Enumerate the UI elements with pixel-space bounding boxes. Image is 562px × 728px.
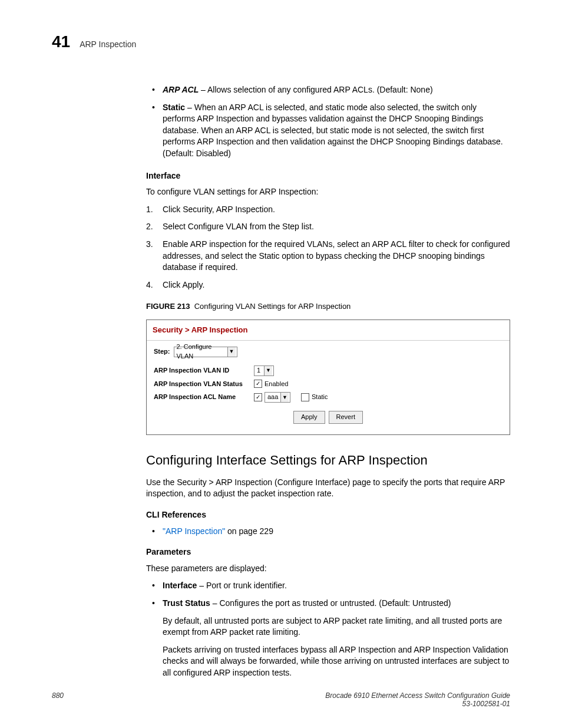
param-trust-text: – Configures the port as trusted or untr…	[210, 598, 451, 608]
step-label: Step:	[154, 347, 170, 356]
vlan-id-dropdown[interactable]: 1 ▼	[254, 365, 274, 376]
section-intro: Use the Security > ARP Inspection (Confi…	[146, 477, 510, 500]
chevron-down-icon: ▼	[280, 393, 289, 402]
chapter-title: ARP Inspection	[80, 39, 136, 49]
step-dropdown-value: 2. Configure VLAN	[177, 342, 226, 361]
acl-name-value: aaa	[267, 393, 279, 401]
steps-list: Click Security, ARP Inspection. Select C…	[146, 204, 510, 291]
param-trust: Trust Status – Configures the port as tr…	[146, 598, 510, 679]
vlan-status-label: ARP Inspection VLAN Status	[154, 380, 254, 388]
acl-name-checkbox[interactable]: ✓	[254, 393, 262, 401]
arp-acl-label: ARP ACL	[163, 85, 199, 94]
page-header: 41 ARP Inspection	[52, 32, 510, 51]
footer-docnum: 53-1002581-01	[462, 700, 510, 708]
interface-intro: To configure VLAN settings for ARP Inspe…	[146, 186, 510, 198]
page-footer: 880 Brocade 6910 Ethernet Access Switch …	[52, 691, 510, 708]
revert-button[interactable]: Revert	[329, 411, 363, 424]
footer-right: Brocade 6910 Ethernet Access Switch Conf…	[325, 691, 510, 708]
upper-bullet-list: ARP ACL – Allows selection of any config…	[146, 84, 510, 160]
chevron-down-icon: ▼	[264, 366, 272, 375]
figure-label: FIGURE 213	[146, 302, 190, 311]
apply-button[interactable]: Apply	[293, 411, 325, 424]
static-checkbox[interactable]	[301, 393, 309, 401]
vlan-id-label: ARP Inspection VLAN ID	[154, 366, 254, 375]
figure-caption: FIGURE 213 Configuring VLAN Settings for…	[146, 301, 510, 312]
param-interface-label: Interface	[163, 581, 197, 590]
chapter-number: 41	[52, 32, 70, 51]
acl-name-dropdown[interactable]: aaa ▼	[265, 392, 290, 403]
param-trust-para1: By default, all untrusted ports are subj…	[163, 615, 510, 638]
vlan-status-row: ARP Inspection VLAN Status ✓ Enabled	[154, 380, 503, 388]
figure-button-row: Apply Revert	[154, 411, 503, 424]
step-3: Enable ARP inspection for the required V…	[146, 239, 510, 274]
main-content: ARP ACL – Allows selection of any config…	[146, 84, 510, 679]
step-dropdown[interactable]: 2. Configure VLAN ▼	[174, 347, 237, 357]
vlan-id-value: 1	[257, 366, 262, 375]
cli-item: "ARP Inspection" on page 229	[146, 526, 510, 538]
section-heading: Configuring Interface Settings for ARP I…	[146, 452, 510, 470]
cli-list: "ARP Inspection" on page 229	[146, 526, 510, 538]
step-1: Click Security, ARP Inspection.	[146, 204, 510, 216]
acl-name-label: ARP Inspection ACL Name	[154, 393, 254, 401]
figure-body: Step: 2. Configure VLAN ▼ ARP Inspection…	[147, 341, 510, 434]
static-text: – When an ARP ACL is selected, and stati…	[163, 103, 503, 158]
footer-guide: Brocade 6910 Ethernet Access Switch Conf…	[325, 691, 510, 700]
figure-caption-text: Configuring VLAN Settings for ARP Inspec…	[194, 302, 351, 311]
params-intro: These parameters are displayed:	[146, 563, 510, 575]
vlan-id-row: ARP Inspection VLAN ID 1 ▼	[154, 365, 503, 376]
step-2: Select Configure VLAN from the Step list…	[146, 221, 510, 233]
arp-acl-text: – Allows selection of any configured ARP…	[199, 85, 432, 94]
step-selector-row: Step: 2. Configure VLAN ▼	[154, 347, 503, 357]
page-number: 880	[52, 691, 64, 708]
chevron-down-icon: ▼	[227, 347, 236, 357]
static-text: Static	[312, 393, 328, 401]
param-interface-text: – Port or trunk identifier.	[197, 581, 287, 590]
bullet-arp-acl: ARP ACL – Allows selection of any config…	[146, 84, 510, 96]
bullet-static: Static – When an ARP ACL is selected, an…	[146, 102, 510, 160]
cli-tail: on page 229	[225, 526, 273, 536]
params-list: Interface – Port or trunk identifier. Tr…	[146, 580, 510, 678]
cli-heading: CLI References	[146, 509, 510, 521]
static-label: Static	[163, 103, 185, 112]
cli-link[interactable]: "ARP Inspection"	[163, 526, 225, 536]
acl-name-row: ARP Inspection ACL Name ✓ aaa ▼ Static	[154, 392, 503, 403]
params-heading: Parameters	[146, 546, 510, 558]
vlan-status-checkbox[interactable]: ✓	[254, 380, 262, 388]
page: 41 ARP Inspection ARP ACL – Allows selec…	[0, 0, 562, 713]
vlan-status-text: Enabled	[265, 380, 288, 388]
interface-heading: Interface	[146, 170, 510, 182]
figure-panel: Security > ARP Inspection Step: 2. Confi…	[146, 319, 510, 436]
param-interface: Interface – Port or trunk identifier.	[146, 580, 510, 592]
step-4: Click Apply.	[146, 279, 510, 291]
figure-breadcrumb: Security > ARP Inspection	[147, 320, 510, 341]
param-trust-para2: Packets arriving on trusted interfaces b…	[163, 644, 510, 679]
param-trust-label: Trust Status	[163, 598, 210, 608]
